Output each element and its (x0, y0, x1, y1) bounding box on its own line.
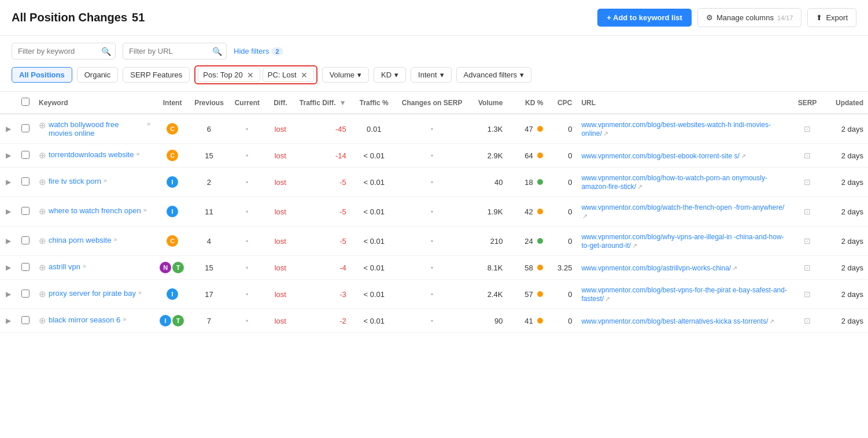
col-header-current[interactable]: Current (228, 92, 266, 114)
keyword-link[interactable]: ⊕ fire tv stick porn » (39, 177, 150, 187)
previous-position-cell: 4 (190, 227, 228, 256)
tab-organic[interactable]: Organic (77, 67, 119, 83)
serp-preview-icon[interactable]: ⊡ (804, 263, 811, 272)
traffic-diff-cell: -5 (295, 168, 351, 197)
traffic-diff-cell: -5 (295, 227, 351, 256)
col-header-serp[interactable]: SERP (793, 92, 822, 114)
traffic-pct-cell: < 0.01 (351, 227, 397, 256)
row-expand-button[interactable]: ▶ (5, 236, 12, 246)
col-header-diff[interactable]: Diff. (266, 92, 295, 114)
kd-cell: 64 (507, 144, 548, 168)
select-all-checkbox[interactable] (21, 98, 29, 106)
row-expand-button[interactable]: ▶ (5, 315, 12, 326)
keyword-link[interactable]: ⊕ watch bollywood free movies online » (39, 120, 150, 138)
row-checkbox[interactable] (21, 236, 29, 244)
url-search-input[interactable] (123, 43, 227, 60)
traffic-diff-cell: -5 (295, 197, 351, 227)
external-link-icon: ↗ (741, 153, 746, 159)
url-cell: www.vpnmentor.com/blog/best-websites-wat… (577, 114, 793, 144)
tab-serp-features[interactable]: SERP Features (123, 67, 190, 83)
advanced-filters-dropdown[interactable]: Advanced filters ▾ (456, 67, 532, 83)
url-link[interactable]: www.vpnmentor.com/blog/best-ebook-torren… (581, 152, 739, 160)
keyword-link[interactable]: ⊕ astrill vpn » (39, 262, 150, 273)
diff-status: lost (275, 263, 286, 272)
cpc-cell: 0 (548, 309, 577, 333)
url-link[interactable]: www.vpnmentor.com/blog/astrillvpn-works-… (581, 264, 731, 272)
external-link-icon: ↗ (582, 213, 588, 220)
row-expand-button[interactable]: ▶ (5, 262, 12, 273)
kd-cell: 58 (507, 256, 548, 280)
current-position-cell: • (228, 280, 266, 309)
col-header-volume[interactable]: Volume (467, 92, 507, 114)
row-checkbox[interactable] (21, 124, 29, 132)
url-link[interactable]: www.vpnmentor.com/blog/best-websites-wat… (581, 121, 770, 138)
col-header-url[interactable]: URL (577, 92, 793, 114)
kd-cell: 24 (507, 227, 548, 256)
keyword-link[interactable]: ⊕ where to watch french open » (39, 206, 150, 217)
hide-filters-button[interactable]: Hide filters 2 (234, 47, 283, 55)
filter-chip-pc-close[interactable]: ✕ (300, 71, 309, 79)
keyword-link[interactable]: ⊕ china porn website » (39, 236, 150, 246)
col-header-changes[interactable]: Changes on SERP (397, 92, 467, 114)
col-header-keyword[interactable]: Keyword (34, 92, 155, 114)
url-link[interactable]: www.vpnmentor.com/blog/best-alternatives… (581, 317, 768, 325)
col-header-previous[interactable]: Previous (190, 92, 228, 114)
keyword-link[interactable]: ⊕ proxy server for pirate bay » (39, 289, 150, 299)
intent-dropdown[interactable]: Intent ▾ (411, 67, 452, 83)
url-link[interactable]: www.vpnmentor.com/blog/how-to-watch-porn… (581, 174, 767, 191)
keyword-search-input[interactable] (12, 43, 116, 60)
row-expand-button[interactable]: ▶ (5, 289, 12, 299)
serp-preview-icon[interactable]: ⊡ (804, 316, 811, 325)
serp-preview-icon[interactable]: ⊡ (804, 151, 811, 160)
url-link[interactable]: www.vpnmentor.com/blog/watch-the-french-… (581, 203, 784, 211)
col-header-cpc[interactable]: CPC (548, 92, 577, 114)
export-button[interactable]: ⬆ Export (807, 8, 856, 27)
row-expand-button[interactable]: ▶ (5, 177, 12, 187)
filter-chip-pos-close[interactable]: ✕ (246, 71, 255, 79)
keyword-link[interactable]: ⊕ black mirror season 6 » (39, 315, 150, 326)
url-link[interactable]: www.vpnmentor.com/blog/best-vpns-for-the… (581, 286, 786, 303)
changes-on-serp-cell: • (397, 280, 467, 309)
row-expand-button[interactable]: ▶ (5, 124, 12, 134)
serp-preview-icon[interactable]: ⊡ (804, 207, 811, 216)
manage-columns-button[interactable]: ⚙ Manage columns 14/17 (697, 8, 802, 27)
col-header-updated[interactable]: Updated (822, 92, 868, 114)
gear-icon: ⚙ (706, 13, 713, 22)
col-header-kd[interactable]: KD % (507, 92, 548, 114)
chevron-down-icon: ▾ (394, 70, 398, 79)
serp-preview-icon[interactable]: ⊡ (804, 289, 811, 299)
updated-cell: 2 days (822, 168, 868, 197)
col-header-intent[interactable]: Intent (155, 92, 190, 114)
col-header-traffic-pct[interactable]: Traffic % (351, 92, 397, 114)
volume-dropdown[interactable]: Volume ▾ (322, 67, 369, 83)
row-checkbox[interactable] (21, 177, 29, 185)
row-expand-button[interactable]: ▶ (5, 206, 12, 217)
kd-dropdown[interactable]: KD ▾ (374, 67, 406, 83)
tab-all-positions[interactable]: All Positions (12, 67, 72, 83)
intent-cell: I (155, 168, 190, 197)
row-expand-button[interactable]: ▶ (5, 150, 12, 161)
serp-preview-cell: ⊡ (793, 144, 822, 168)
serp-preview-icon[interactable]: ⊡ (804, 177, 811, 187)
traffic-pct-cell: < 0.01 (351, 168, 397, 197)
volume-cell: 1.3K (467, 114, 507, 144)
keyword-arrow-icon: » (143, 206, 147, 213)
serp-preview-icon[interactable]: ⊡ (804, 124, 811, 133)
traffic-diff-cell: -3 (295, 280, 351, 309)
diff-status: lost (275, 178, 286, 187)
external-link-icon: ↗ (769, 318, 774, 325)
url-link[interactable]: www.vpnmentor.com/blog/why-vpns-are-ille… (581, 233, 784, 250)
row-checkbox[interactable] (21, 151, 29, 159)
traffic-pct-cell: < 0.01 (351, 144, 397, 168)
keyword-link[interactable]: ⊕ torrentdownloads website » (39, 150, 150, 161)
add-to-keyword-list-button[interactable]: + Add to keyword list (597, 9, 692, 27)
serp-preview-icon[interactable]: ⊡ (804, 236, 811, 246)
intent-badge: T (172, 315, 184, 326)
col-header-traffic-diff[interactable]: Traffic Diff. ▼ (295, 92, 351, 114)
serp-preview-cell: ⊡ (793, 227, 822, 256)
row-checkbox[interactable] (21, 289, 29, 298)
current-position-cell: • (228, 197, 266, 227)
row-checkbox[interactable] (21, 316, 29, 324)
row-checkbox[interactable] (21, 207, 29, 215)
row-checkbox[interactable] (21, 263, 29, 271)
